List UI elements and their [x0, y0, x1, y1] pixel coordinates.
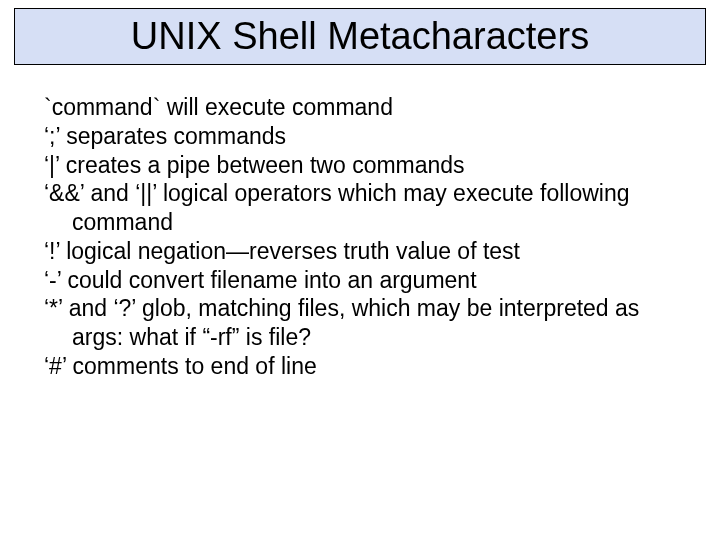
slide-title: UNIX Shell Metacharacters	[25, 15, 695, 58]
bullet-item: ‘-’ could convert filename into an argum…	[44, 266, 676, 295]
bullet-item: ‘&&’ and ‘||’ logical operators which ma…	[44, 179, 676, 237]
bullet-item: ‘#’ comments to end of line	[44, 352, 676, 381]
bullet-item: ‘!’ logical negation—reverses truth valu…	[44, 237, 676, 266]
slide: UNIX Shell Metacharacters `command` will…	[0, 8, 720, 540]
bullet-item: ‘;’ separates commands	[44, 122, 676, 151]
bullet-item: ‘|’ creates a pipe between two commands	[44, 151, 676, 180]
content-body: `command` will execute command ‘;’ separ…	[44, 93, 676, 381]
bullet-item: ‘*’ and ‘?’ glob, matching files, which …	[44, 294, 676, 352]
title-box: UNIX Shell Metacharacters	[14, 8, 706, 65]
bullet-item: `command` will execute command	[44, 93, 676, 122]
